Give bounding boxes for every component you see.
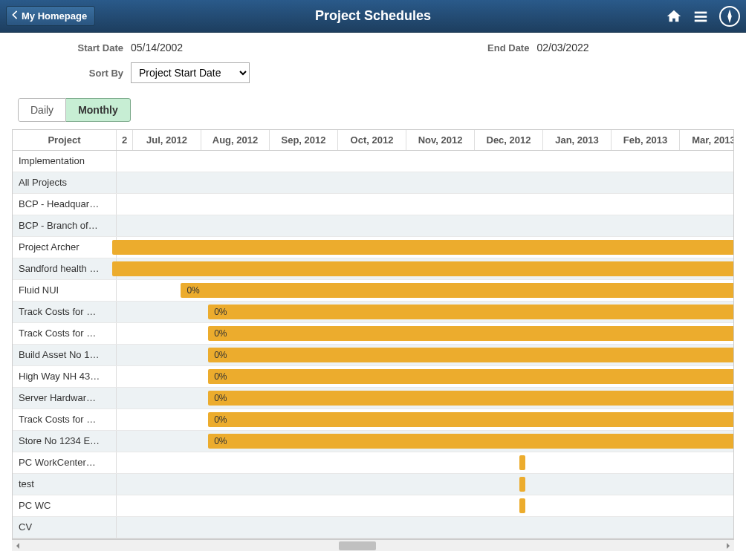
gantt-row: Project Archer xyxy=(13,237,734,258)
gantt-bar[interactable]: 0% xyxy=(208,326,734,341)
timeline-cell xyxy=(117,517,734,538)
tab-daily[interactable]: Daily xyxy=(18,98,66,122)
gantt-bar[interactable] xyxy=(519,455,525,470)
home-icon[interactable] xyxy=(666,8,682,25)
gantt-row: test xyxy=(13,474,734,495)
project-name-cell[interactable]: Project Archer xyxy=(13,237,117,258)
end-date-label: End Date xyxy=(487,42,536,53)
col-month-header[interactable]: Oct, 2012 xyxy=(338,130,406,150)
svg-rect-2 xyxy=(695,19,707,22)
compass-icon[interactable] xyxy=(719,6,740,27)
gantt-row: Server Hardwar…0% xyxy=(13,388,734,409)
project-name-cell[interactable]: PC WC xyxy=(13,495,117,516)
col-project-header[interactable]: Project xyxy=(13,130,117,150)
gantt-row: PC WC xyxy=(13,495,734,517)
timeline-cell xyxy=(117,495,734,516)
back-button[interactable]: My Homepage xyxy=(6,6,95,26)
timeline-cell: 0% xyxy=(117,345,734,365)
project-name-cell[interactable]: Track Costs for … xyxy=(13,302,117,322)
svg-rect-1 xyxy=(695,16,707,18)
col-stub-header[interactable]: 2 xyxy=(117,130,133,150)
gantt-row: CV xyxy=(13,517,734,538)
col-month-header[interactable]: Jul, 2012 xyxy=(133,130,201,150)
sort-by-select[interactable]: Project Start Date xyxy=(131,62,250,83)
tab-monthly[interactable]: Monthly xyxy=(66,98,131,122)
start-date-label: Start Date xyxy=(12,42,131,53)
grid-header: Project 2 Jul, 2012Aug, 2012Sep, 2012Oct… xyxy=(13,130,734,151)
gantt-row: All Projects xyxy=(13,172,734,194)
project-name-cell[interactable]: Fluid NUI xyxy=(13,280,117,301)
scroll-right-arrow[interactable] xyxy=(722,540,734,552)
gantt-row: BCP - Branch of… xyxy=(13,215,734,237)
scroll-left-arrow[interactable] xyxy=(12,540,24,552)
gantt-row: Fluid NUI0% xyxy=(13,280,734,302)
gantt-row: Track Costs for …0% xyxy=(13,409,734,431)
timeline-cell xyxy=(117,474,734,495)
timeline-cell xyxy=(117,258,734,279)
page-title: Project Schedules xyxy=(315,8,431,24)
start-date-value: 05/14/2002 xyxy=(131,42,183,53)
project-name-cell[interactable]: Build Asset No 1… xyxy=(13,345,117,365)
gantt-row: Track Costs for …0% xyxy=(13,302,734,323)
gantt-bar[interactable]: 0% xyxy=(208,305,734,319)
timeline-cell: 0% xyxy=(117,366,734,387)
gantt-row: Implementation xyxy=(13,151,734,172)
timeline-cell xyxy=(117,215,734,236)
project-name-cell[interactable]: Sandford health … xyxy=(13,258,117,279)
project-name-cell[interactable]: All Projects xyxy=(13,172,117,193)
project-name-cell[interactable]: test xyxy=(13,474,117,495)
col-month-header[interactable]: Feb, 2013 xyxy=(612,130,680,150)
gantt-bar[interactable]: 0% xyxy=(208,412,734,427)
gantt-bar[interactable]: 0% xyxy=(181,283,734,298)
timeline-cell xyxy=(117,194,734,215)
project-name-cell[interactable]: Track Costs for … xyxy=(13,323,117,344)
project-name-cell[interactable]: BCP - Branch of… xyxy=(13,215,117,236)
gantt-grid: Project 2 Jul, 2012Aug, 2012Sep, 2012Oct… xyxy=(12,129,734,539)
timeline-cell: 0% xyxy=(117,409,734,430)
project-name-cell[interactable]: Track Costs for … xyxy=(13,409,117,430)
timeline-cell: 0% xyxy=(117,431,734,452)
gantt-bar[interactable]: 0% xyxy=(208,391,734,406)
menu-icon[interactable] xyxy=(693,8,709,25)
gantt-row: Track Costs for …0% xyxy=(13,323,734,345)
gantt-bar[interactable]: 0% xyxy=(208,348,734,362)
col-month-header[interactable]: Mar, 2013 xyxy=(680,130,734,150)
timeline-cell: 0% xyxy=(117,388,734,408)
gantt-bar[interactable] xyxy=(112,240,734,255)
app-header: My Homepage Project Schedules xyxy=(0,0,746,33)
project-name-cell[interactable]: Store No 1234 E… xyxy=(13,431,117,452)
gantt-row: BCP - Headquar… xyxy=(13,194,734,215)
gantt-bar[interactable] xyxy=(519,498,525,513)
project-name-cell[interactable]: BCP - Headquar… xyxy=(13,194,117,215)
project-name-cell[interactable]: PC WorkCenter… xyxy=(13,452,117,473)
chevron-left-icon xyxy=(11,10,19,22)
col-month-header[interactable]: Nov, 2012 xyxy=(406,130,475,150)
horizontal-scrollbar[interactable] xyxy=(12,539,734,551)
col-month-header[interactable]: Aug, 2012 xyxy=(201,130,270,150)
timeline-cell xyxy=(117,237,734,258)
sort-by-label: Sort By xyxy=(12,68,131,79)
gantt-row: Sandford health … xyxy=(13,258,734,280)
col-month-header[interactable]: Dec, 2012 xyxy=(475,130,543,150)
gantt-bar[interactable]: 0% xyxy=(208,434,734,449)
project-name-cell[interactable]: Implementation xyxy=(13,151,117,172)
project-name-cell[interactable]: High Way NH 43… xyxy=(13,366,117,387)
gantt-row: PC WorkCenter… xyxy=(13,452,734,474)
gantt-bar[interactable] xyxy=(112,261,734,276)
gantt-row: Store No 1234 E…0% xyxy=(13,431,734,452)
gantt-row: High Way NH 43…0% xyxy=(13,366,734,388)
col-month-header[interactable]: Jan, 2013 xyxy=(543,130,612,150)
scroll-thumb[interactable] xyxy=(339,541,376,550)
timeline-cell: 0% xyxy=(117,302,734,322)
gantt-bar[interactable]: 0% xyxy=(208,369,734,384)
gantt-bar[interactable] xyxy=(519,477,525,492)
project-name-cell[interactable]: CV xyxy=(13,517,117,538)
svg-rect-0 xyxy=(695,11,707,13)
filters-panel: Start Date 05/14/2002 End Date 02/03/202… xyxy=(0,33,746,98)
back-label: My Homepage xyxy=(22,10,87,22)
col-month-header[interactable]: Sep, 2012 xyxy=(270,130,338,150)
view-tabs: Daily Monthly xyxy=(0,98,746,129)
project-name-cell[interactable]: Server Hardwar… xyxy=(13,388,117,408)
end-date-value: 02/03/2022 xyxy=(536,42,588,53)
timeline-cell: 0% xyxy=(117,323,734,344)
